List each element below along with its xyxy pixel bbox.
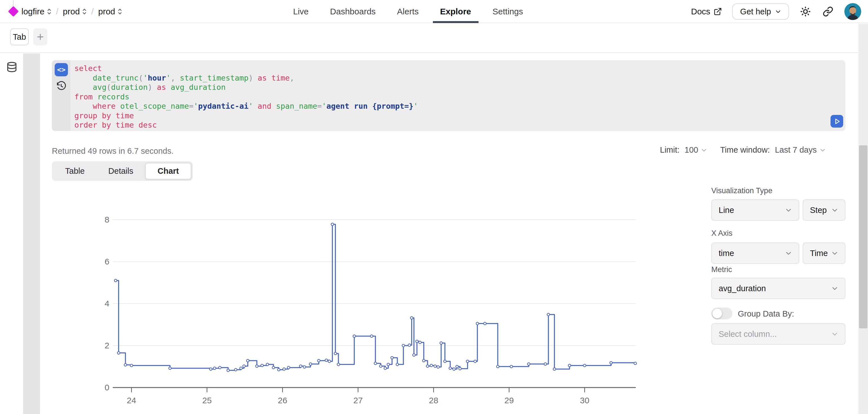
- data-point-marker: [610, 361, 612, 364]
- database-icon: [6, 60, 18, 74]
- group-column-select[interactable]: Select column...: [711, 323, 845, 345]
- data-point-marker: [434, 365, 436, 368]
- main-nav: Live Dashboards Alerts Explore Settings: [293, 0, 523, 23]
- breadcrumb-org-label: logfire: [22, 7, 44, 16]
- tab-table[interactable]: Table: [53, 163, 96, 180]
- data-point-marker: [334, 352, 337, 355]
- query-options: Limit: 100 Time window: Last 7 days: [660, 145, 826, 155]
- group-data-toggle[interactable]: [711, 308, 733, 319]
- data-point-marker: [410, 317, 413, 319]
- chart-y-tick-label: 0: [104, 383, 110, 392]
- nav-dashboards[interactable]: Dashboards: [330, 0, 376, 23]
- time-window-value: Last 7 days: [775, 145, 817, 155]
- visualization-type-select[interactable]: Line: [711, 199, 799, 221]
- docs-link[interactable]: Docs: [691, 7, 722, 16]
- chart-y-tick-label: 4: [104, 299, 110, 308]
- data-point-marker: [325, 359, 328, 361]
- tab-details[interactable]: Details: [96, 163, 145, 180]
- history-icon: [56, 81, 66, 91]
- get-help-label: Get help: [740, 7, 771, 16]
- data-point-marker: [287, 367, 290, 369]
- time-window-dropdown[interactable]: Last 7 days: [775, 145, 826, 155]
- data-point-marker: [374, 362, 377, 365]
- data-point-marker: [416, 340, 418, 343]
- data-point-marker: [309, 363, 312, 365]
- data-point-marker: [272, 367, 275, 369]
- nav-live[interactable]: Live: [293, 0, 309, 23]
- data-point-marker: [247, 359, 249, 362]
- format-code-button[interactable]: <>: [55, 63, 68, 76]
- editor-gutter: <>: [52, 60, 70, 131]
- chart-y-tick-label: 6: [104, 257, 110, 266]
- data-point-marker: [384, 367, 386, 370]
- play-icon: [833, 118, 841, 125]
- breadcrumb-separator: /: [56, 7, 58, 16]
- schema-browser-button[interactable]: [6, 60, 18, 75]
- run-query-button[interactable]: [831, 115, 843, 128]
- sql-query-input[interactable]: select date_trunc('hour', start_timestam…: [74, 64, 826, 130]
- query-status-text: Returned 49 rows in 6.7 seconds.: [52, 147, 174, 156]
- limit-dropdown[interactable]: 100: [685, 145, 707, 155]
- breadcrumb-separator: /: [91, 7, 94, 16]
- visualization-type-value: Line: [719, 205, 734, 215]
- metric-label: Metric: [711, 265, 732, 274]
- chevron-down-icon: [831, 285, 838, 292]
- metric-select[interactable]: avg_duration: [711, 278, 845, 299]
- share-link-button[interactable]: [822, 5, 834, 18]
- time-window-label: Time window:: [720, 145, 770, 155]
- add-tab-button[interactable]: [33, 28, 48, 45]
- data-point-marker: [130, 364, 133, 367]
- data-point-marker: [408, 344, 411, 346]
- results-view-switcher: Table Details Chart: [52, 161, 193, 181]
- limit-label: Limit:: [660, 145, 679, 155]
- chart-x-tick-label: 25: [203, 396, 212, 405]
- external-link-icon: [714, 7, 722, 16]
- query-tab[interactable]: Tab: [10, 28, 29, 45]
- limit-control: Limit: 100: [660, 145, 707, 155]
- app-header: logfire / prod / prod Live Dashboards Al…: [0, 0, 868, 23]
- code-line: from records: [74, 92, 826, 102]
- theme-toggle-button[interactable]: [799, 5, 812, 18]
- data-point-marker: [227, 369, 229, 372]
- data-point-marker: [117, 352, 120, 354]
- page-scrollbar-thumb[interactable]: [859, 145, 867, 328]
- data-point-marker: [466, 360, 469, 362]
- chart-x-tick-label: 26: [278, 396, 287, 405]
- data-point-marker: [419, 341, 421, 344]
- query-tab-bar: Tab: [0, 23, 868, 53]
- chevron-updown-icon: [82, 8, 87, 15]
- breadcrumb-env[interactable]: prod: [98, 7, 122, 16]
- x-axis-column-select[interactable]: time: [711, 243, 799, 264]
- chart-x-tick-label: 28: [429, 396, 438, 405]
- tab-chart[interactable]: Chart: [145, 163, 191, 180]
- get-help-button[interactable]: Get help: [732, 3, 789, 20]
- data-point-marker: [235, 369, 237, 371]
- data-point-marker: [278, 369, 280, 371]
- group-data-label: Group Data By:: [738, 309, 794, 319]
- data-point-marker: [353, 335, 355, 338]
- x-axis-type-select[interactable]: Time: [803, 243, 845, 264]
- data-point-marker: [437, 366, 439, 369]
- nav-settings[interactable]: Settings: [493, 0, 523, 23]
- visualization-type-label: Visualization Type: [711, 186, 772, 195]
- query-history-button[interactable]: [56, 81, 67, 92]
- code-line: order by time desc: [74, 120, 826, 130]
- user-avatar[interactable]: [844, 3, 861, 20]
- chart-y-tick-label: 2: [104, 341, 110, 350]
- data-point-marker: [209, 368, 212, 370]
- data-point-marker: [484, 322, 486, 325]
- data-point-marker: [528, 363, 530, 365]
- chevron-down-icon: [701, 147, 707, 153]
- data-point-marker: [396, 363, 399, 366]
- line-style-select[interactable]: Step: [803, 199, 845, 221]
- panel-gutter: [23, 54, 40, 414]
- nav-explore[interactable]: Explore: [440, 0, 471, 23]
- nav-alerts[interactable]: Alerts: [397, 0, 419, 23]
- link-icon: [823, 6, 833, 17]
- data-point-marker: [423, 359, 425, 362]
- breadcrumb-org[interactable]: logfire: [22, 7, 52, 16]
- breadcrumb-project[interactable]: prod: [63, 7, 87, 16]
- data-point-marker: [303, 366, 306, 369]
- x-axis-label: X Axis: [711, 229, 733, 238]
- data-point-marker: [412, 354, 415, 356]
